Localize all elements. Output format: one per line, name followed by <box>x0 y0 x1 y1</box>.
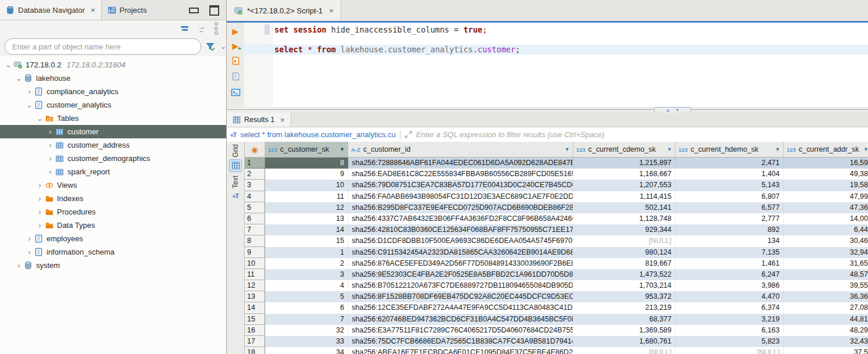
grid-cell[interactable]: 37,5 <box>784 347 868 354</box>
grid-cell[interactable]: 32 <box>265 325 348 336</box>
row-header[interactable]: 16 <box>245 325 265 336</box>
grid-cell[interactable]: 892 <box>676 224 784 235</box>
grid-cell[interactable]: 19,58 <box>784 180 868 191</box>
grid-cell[interactable]: sha256:EAD8E61C8C22E555834FBBA9B60556CB2… <box>348 169 573 180</box>
expand-arrow[interactable]: › <box>45 127 55 136</box>
grid-cell[interactable]: 4 <box>265 280 348 291</box>
grid-cell[interactable]: sha256:42810C83B0360CE125634F068BAF8FF75… <box>348 224 573 235</box>
tree-item-indexes[interactable]: ›Indexes <box>0 192 226 205</box>
grid-cell[interactable]: 8 <box>265 158 348 169</box>
tab-grid[interactable]: Grid <box>229 144 242 172</box>
row-header[interactable]: 18 <box>245 347 265 354</box>
grid-cell[interactable]: 14,00 <box>784 213 868 224</box>
tab-text[interactable]: Text «T <box>230 176 241 202</box>
grid-cell[interactable]: 15 <box>265 235 348 246</box>
tab-results-1[interactable]: Results 1 × <box>227 113 291 127</box>
execute-new-tab-icon[interactable]: ▶+ <box>233 42 239 50</box>
grid-cell[interactable]: 13 <box>265 213 348 224</box>
column-dropdown-icon[interactable]: ▼ <box>773 146 780 152</box>
open-sql-console-icon[interactable] <box>231 88 241 97</box>
grid-cell[interactable]: 819,667 <box>573 258 676 269</box>
filter-funnel-icon[interactable] <box>206 42 216 51</box>
tab-database-navigator[interactable]: Database Navigator × <box>0 0 102 20</box>
collapse-all-icon[interactable] <box>181 26 189 31</box>
grid-cell[interactable]: [NULL] <box>676 347 784 354</box>
close-icon[interactable]: × <box>91 6 95 15</box>
tree-item-employees[interactable]: ›employees <box>0 232 226 245</box>
grid-cell[interactable]: 3,986 <box>676 280 784 291</box>
expand-arrow[interactable]: ⌄ <box>35 114 45 123</box>
row-header[interactable]: 5 <box>245 202 265 213</box>
grid-cell[interactable]: sha256:12CE35EFDABF272A4A47E9FA9CC5D4113… <box>348 302 573 313</box>
column-header-c_current_hdemo_sk[interactable]: 123c_current_hdemo_sk▼ <box>676 142 784 157</box>
grid-cell[interactable]: sha256:620746BED947362BCD6CF31B0A4C547DD… <box>348 314 573 325</box>
grid-cell[interactable]: 980,124 <box>573 247 676 258</box>
grid-cell[interactable]: 5,143 <box>676 180 784 191</box>
grid-cell[interactable]: sha256:D1CDF8DBB10F500EA9693C86DE6DEAA05… <box>348 235 573 246</box>
row-header[interactable]: 1 <box>245 158 265 169</box>
grid-cell[interactable]: 32,94 <box>784 247 868 258</box>
grid-cell[interactable]: sha256:FA0ABB6943B98054FC31D12D3E3AEC689… <box>348 191 573 202</box>
minimize-icon[interactable] <box>189 8 199 13</box>
expand-arrow[interactable]: › <box>35 194 45 203</box>
expand-arrow[interactable]: › <box>24 87 34 96</box>
expand-arrow[interactable]: ⌄ <box>24 101 34 109</box>
arrow-up-icon[interactable]: ▲ <box>666 108 670 113</box>
tree-item-172-18-0-2[interactable]: ⌄172.18.0.2172.18.0.2:31604 <box>0 58 226 71</box>
grid-cell[interactable]: 6,374 <box>676 302 784 313</box>
grid-cell[interactable]: 6,163 <box>676 325 784 336</box>
row-header[interactable]: 2 <box>245 169 265 180</box>
tab-script-1[interactable]: *<172.18.0.2> Script-1 × <box>227 0 341 21</box>
grid-cell[interactable]: 47,36 <box>784 202 868 213</box>
expand-arrow[interactable]: › <box>35 181 45 189</box>
column-dropdown-icon[interactable]: ▼ <box>337 146 345 152</box>
row-header[interactable]: 11 <box>245 269 265 280</box>
expand-arrow[interactable]: › <box>45 154 55 163</box>
grid-cell[interactable]: 6,577 <box>676 202 784 213</box>
grid-cell[interactable]: 2 <box>265 258 348 269</box>
grid-cell[interactable]: 39,55 <box>784 280 868 291</box>
maximize-icon[interactable] <box>209 5 219 16</box>
grid-cell[interactable]: sha256:75DC7FCB6686EDA72565C1B838CA7FC43… <box>348 336 573 347</box>
grid-cell[interactable]: 6,44 <box>784 224 868 235</box>
object-filter-input[interactable] <box>5 38 201 55</box>
row-header[interactable]: 4 <box>245 191 265 202</box>
grid-cell[interactable]: 1,168,667 <box>573 169 676 180</box>
grid-cell[interactable]: 48,57 <box>784 269 868 280</box>
grid-cell[interactable]: 27,08 <box>784 302 868 313</box>
tree-item-data-types[interactable]: ›Data Types <box>0 219 226 232</box>
tree-item-tables[interactable]: ⌄Tables <box>0 112 226 125</box>
tree-item-system[interactable]: ›system <box>0 259 226 272</box>
grid-cell[interactable]: 1,473,522 <box>573 269 676 280</box>
grid-cell[interactable]: sha256:876ACE5EFED349A2D56F77D5084891433… <box>348 258 573 269</box>
grid-cell[interactable]: 1,114,415 <box>573 191 676 202</box>
link-with-editor-icon[interactable]: →← <box>198 25 205 32</box>
grid-cell[interactable]: sha256:E3A77511F81C7289C76C4065217D5D406… <box>348 325 573 336</box>
expand-arrow[interactable]: › <box>45 167 55 176</box>
grid-cell[interactable]: sha256:79D08751C3EA7C83BA57D177E00413D0C… <box>348 180 573 191</box>
grid-cell[interactable]: 49,38 <box>784 169 868 180</box>
grid-cell[interactable]: 3 <box>265 269 348 280</box>
grid-cell[interactable]: 68,377 <box>573 314 676 325</box>
grid-cell[interactable]: 6,247 <box>676 269 784 280</box>
grid-cell[interactable]: [NULL] <box>573 347 676 354</box>
grid-cell[interactable]: sha256:B705122120A673FC7DE6889727DB11809… <box>348 280 573 291</box>
grid-cell[interactable]: 31,65 <box>784 258 868 269</box>
row-header[interactable]: 9 <box>245 247 265 258</box>
grid-cell[interactable]: 134 <box>676 235 784 246</box>
grid-cell[interactable]: 12 <box>265 202 348 213</box>
tree-item-lakehouse[interactable]: ⌄lakehouse <box>0 71 226 85</box>
grid-cell[interactable]: 1,461 <box>676 258 784 269</box>
filter-placeholder[interactable]: Enter a SQL expression to filter results… <box>416 130 605 139</box>
expand-arrow[interactable]: ⌄ <box>3 60 13 69</box>
expand-arrow[interactable]: › <box>35 221 45 230</box>
view-menu-icon[interactable] <box>215 22 218 35</box>
grid-cell[interactable]: 7 <box>265 314 348 325</box>
row-header[interactable]: 13 <box>245 291 265 302</box>
grid-cell[interactable]: 36,36 <box>784 291 868 302</box>
row-header[interactable]: 3 <box>245 180 265 191</box>
grid-cell[interactable]: [NULL] <box>573 235 676 246</box>
execute-script-icon[interactable] <box>231 56 240 66</box>
sql-code[interactable]: set session hide_inaccessible_columns = … <box>274 25 868 55</box>
row-header[interactable]: 17 <box>245 336 265 347</box>
